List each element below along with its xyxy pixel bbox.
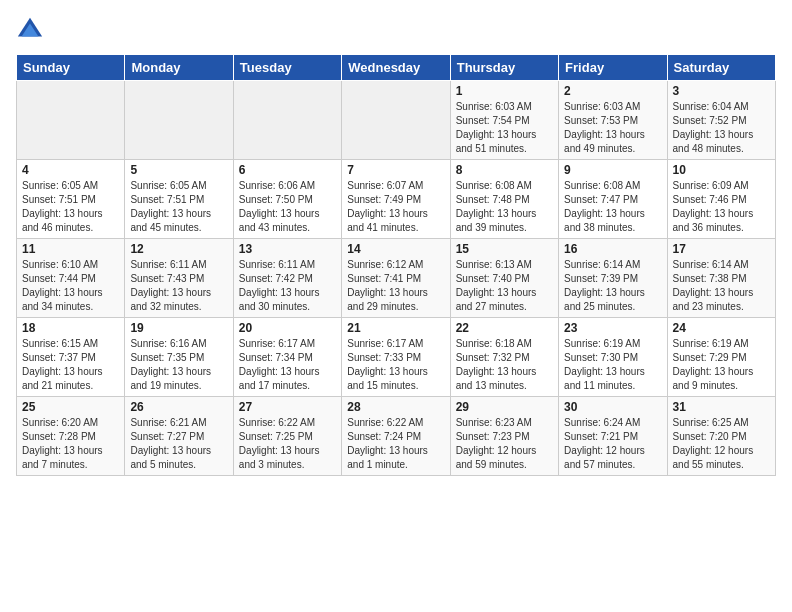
day-info: Sunrise: 6:14 AM Sunset: 7:38 PM Dayligh… <box>673 258 770 314</box>
calendar-cell: 28Sunrise: 6:22 AM Sunset: 7:24 PM Dayli… <box>342 397 450 476</box>
day-info: Sunrise: 6:18 AM Sunset: 7:32 PM Dayligh… <box>456 337 553 393</box>
calendar-cell: 31Sunrise: 6:25 AM Sunset: 7:20 PM Dayli… <box>667 397 775 476</box>
day-info: Sunrise: 6:10 AM Sunset: 7:44 PM Dayligh… <box>22 258 119 314</box>
calendar-cell: 7Sunrise: 6:07 AM Sunset: 7:49 PM Daylig… <box>342 160 450 239</box>
day-info: Sunrise: 6:15 AM Sunset: 7:37 PM Dayligh… <box>22 337 119 393</box>
calendar-cell: 16Sunrise: 6:14 AM Sunset: 7:39 PM Dayli… <box>559 239 667 318</box>
day-info: Sunrise: 6:17 AM Sunset: 7:34 PM Dayligh… <box>239 337 336 393</box>
weekday-header-row: SundayMondayTuesdayWednesdayThursdayFrid… <box>17 55 776 81</box>
day-info: Sunrise: 6:14 AM Sunset: 7:39 PM Dayligh… <box>564 258 661 314</box>
calendar-cell <box>125 81 233 160</box>
week-row-3: 18Sunrise: 6:15 AM Sunset: 7:37 PM Dayli… <box>17 318 776 397</box>
calendar-cell <box>342 81 450 160</box>
day-number: 12 <box>130 242 227 256</box>
day-info: Sunrise: 6:21 AM Sunset: 7:27 PM Dayligh… <box>130 416 227 472</box>
calendar-cell: 25Sunrise: 6:20 AM Sunset: 7:28 PM Dayli… <box>17 397 125 476</box>
day-number: 14 <box>347 242 444 256</box>
calendar-cell: 20Sunrise: 6:17 AM Sunset: 7:34 PM Dayli… <box>233 318 341 397</box>
calendar-cell: 4Sunrise: 6:05 AM Sunset: 7:51 PM Daylig… <box>17 160 125 239</box>
calendar-cell: 13Sunrise: 6:11 AM Sunset: 7:42 PM Dayli… <box>233 239 341 318</box>
calendar-cell: 18Sunrise: 6:15 AM Sunset: 7:37 PM Dayli… <box>17 318 125 397</box>
week-row-4: 25Sunrise: 6:20 AM Sunset: 7:28 PM Dayli… <box>17 397 776 476</box>
day-number: 27 <box>239 400 336 414</box>
day-info: Sunrise: 6:24 AM Sunset: 7:21 PM Dayligh… <box>564 416 661 472</box>
day-number: 15 <box>456 242 553 256</box>
day-info: Sunrise: 6:22 AM Sunset: 7:24 PM Dayligh… <box>347 416 444 472</box>
logo-icon <box>16 16 44 44</box>
week-row-1: 4Sunrise: 6:05 AM Sunset: 7:51 PM Daylig… <box>17 160 776 239</box>
header <box>16 16 776 44</box>
weekday-monday: Monday <box>125 55 233 81</box>
day-number: 6 <box>239 163 336 177</box>
day-number: 2 <box>564 84 661 98</box>
logo <box>16 16 48 44</box>
day-number: 20 <box>239 321 336 335</box>
calendar-cell: 14Sunrise: 6:12 AM Sunset: 7:41 PM Dayli… <box>342 239 450 318</box>
weekday-thursday: Thursday <box>450 55 558 81</box>
day-info: Sunrise: 6:03 AM Sunset: 7:53 PM Dayligh… <box>564 100 661 156</box>
day-number: 1 <box>456 84 553 98</box>
day-info: Sunrise: 6:11 AM Sunset: 7:42 PM Dayligh… <box>239 258 336 314</box>
day-info: Sunrise: 6:22 AM Sunset: 7:25 PM Dayligh… <box>239 416 336 472</box>
day-number: 24 <box>673 321 770 335</box>
day-number: 18 <box>22 321 119 335</box>
day-info: Sunrise: 6:07 AM Sunset: 7:49 PM Dayligh… <box>347 179 444 235</box>
day-number: 21 <box>347 321 444 335</box>
calendar-cell: 3Sunrise: 6:04 AM Sunset: 7:52 PM Daylig… <box>667 81 775 160</box>
day-number: 11 <box>22 242 119 256</box>
day-info: Sunrise: 6:19 AM Sunset: 7:30 PM Dayligh… <box>564 337 661 393</box>
calendar-cell: 11Sunrise: 6:10 AM Sunset: 7:44 PM Dayli… <box>17 239 125 318</box>
day-info: Sunrise: 6:03 AM Sunset: 7:54 PM Dayligh… <box>456 100 553 156</box>
day-number: 19 <box>130 321 227 335</box>
calendar-cell: 2Sunrise: 6:03 AM Sunset: 7:53 PM Daylig… <box>559 81 667 160</box>
day-info: Sunrise: 6:06 AM Sunset: 7:50 PM Dayligh… <box>239 179 336 235</box>
week-row-2: 11Sunrise: 6:10 AM Sunset: 7:44 PM Dayli… <box>17 239 776 318</box>
day-number: 8 <box>456 163 553 177</box>
calendar-cell: 23Sunrise: 6:19 AM Sunset: 7:30 PM Dayli… <box>559 318 667 397</box>
calendar: SundayMondayTuesdayWednesdayThursdayFrid… <box>16 54 776 476</box>
day-number: 7 <box>347 163 444 177</box>
day-info: Sunrise: 6:16 AM Sunset: 7:35 PM Dayligh… <box>130 337 227 393</box>
calendar-cell: 19Sunrise: 6:16 AM Sunset: 7:35 PM Dayli… <box>125 318 233 397</box>
day-number: 23 <box>564 321 661 335</box>
calendar-cell <box>233 81 341 160</box>
day-number: 9 <box>564 163 661 177</box>
day-info: Sunrise: 6:20 AM Sunset: 7:28 PM Dayligh… <box>22 416 119 472</box>
day-number: 28 <box>347 400 444 414</box>
weekday-wednesday: Wednesday <box>342 55 450 81</box>
calendar-cell <box>17 81 125 160</box>
calendar-cell: 6Sunrise: 6:06 AM Sunset: 7:50 PM Daylig… <box>233 160 341 239</box>
day-info: Sunrise: 6:13 AM Sunset: 7:40 PM Dayligh… <box>456 258 553 314</box>
calendar-cell: 22Sunrise: 6:18 AM Sunset: 7:32 PM Dayli… <box>450 318 558 397</box>
calendar-cell: 9Sunrise: 6:08 AM Sunset: 7:47 PM Daylig… <box>559 160 667 239</box>
calendar-cell: 12Sunrise: 6:11 AM Sunset: 7:43 PM Dayli… <box>125 239 233 318</box>
day-number: 5 <box>130 163 227 177</box>
day-info: Sunrise: 6:05 AM Sunset: 7:51 PM Dayligh… <box>130 179 227 235</box>
calendar-cell: 30Sunrise: 6:24 AM Sunset: 7:21 PM Dayli… <box>559 397 667 476</box>
day-info: Sunrise: 6:04 AM Sunset: 7:52 PM Dayligh… <box>673 100 770 156</box>
weekday-saturday: Saturday <box>667 55 775 81</box>
day-info: Sunrise: 6:25 AM Sunset: 7:20 PM Dayligh… <box>673 416 770 472</box>
weekday-friday: Friday <box>559 55 667 81</box>
day-number: 31 <box>673 400 770 414</box>
day-info: Sunrise: 6:23 AM Sunset: 7:23 PM Dayligh… <box>456 416 553 472</box>
calendar-cell: 21Sunrise: 6:17 AM Sunset: 7:33 PM Dayli… <box>342 318 450 397</box>
week-row-0: 1Sunrise: 6:03 AM Sunset: 7:54 PM Daylig… <box>17 81 776 160</box>
calendar-cell: 24Sunrise: 6:19 AM Sunset: 7:29 PM Dayli… <box>667 318 775 397</box>
day-info: Sunrise: 6:08 AM Sunset: 7:48 PM Dayligh… <box>456 179 553 235</box>
day-number: 13 <box>239 242 336 256</box>
day-number: 4 <box>22 163 119 177</box>
day-info: Sunrise: 6:05 AM Sunset: 7:51 PM Dayligh… <box>22 179 119 235</box>
day-number: 10 <box>673 163 770 177</box>
page: SundayMondayTuesdayWednesdayThursdayFrid… <box>0 0 792 486</box>
day-number: 30 <box>564 400 661 414</box>
calendar-cell: 5Sunrise: 6:05 AM Sunset: 7:51 PM Daylig… <box>125 160 233 239</box>
weekday-tuesday: Tuesday <box>233 55 341 81</box>
calendar-cell: 8Sunrise: 6:08 AM Sunset: 7:48 PM Daylig… <box>450 160 558 239</box>
day-number: 25 <box>22 400 119 414</box>
day-number: 17 <box>673 242 770 256</box>
calendar-cell: 10Sunrise: 6:09 AM Sunset: 7:46 PM Dayli… <box>667 160 775 239</box>
calendar-cell: 1Sunrise: 6:03 AM Sunset: 7:54 PM Daylig… <box>450 81 558 160</box>
calendar-cell: 17Sunrise: 6:14 AM Sunset: 7:38 PM Dayli… <box>667 239 775 318</box>
weekday-sunday: Sunday <box>17 55 125 81</box>
